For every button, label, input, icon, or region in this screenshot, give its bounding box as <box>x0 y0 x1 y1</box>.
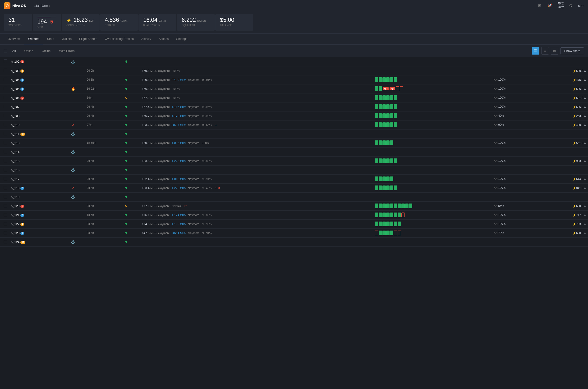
tab-overclocking[interactable]: Overclocking Profiles <box>101 34 138 44</box>
worker-icon-cell <box>61 156 85 165</box>
table-row[interactable]: h_1205 2d 4hA177.0 MH/s claymore 99.94% … <box>0 201 588 210</box>
tab-wallets[interactable]: Wallets <box>58 34 75 44</box>
worker-name[interactable]: h_122 <box>11 222 19 226</box>
view-list-compact[interactable]: ≡ <box>541 47 549 55</box>
worker-name[interactable]: h_110 <box>11 123 19 127</box>
tab-overview[interactable]: Overview <box>4 34 24 44</box>
row-checkbox[interactable] <box>0 147 9 156</box>
worker-name[interactable]: h_104 <box>11 78 19 82</box>
filter-online[interactable]: Online <box>21 48 36 54</box>
show-filters-button[interactable]: Show filters <box>560 47 584 54</box>
gpu-bar <box>382 113 386 118</box>
tab-stats[interactable]: Stats <box>43 34 58 44</box>
table-row[interactable]: h_117 2d 4hN152.4 MH/s claymore 1.016 GH… <box>0 174 588 183</box>
table-row[interactable]: h_1029 ⚓N <box>0 57 588 66</box>
table-row[interactable]: h_1034 2d 9h179.8 MH/s claymore 100%⚡590… <box>0 66 588 75</box>
tab-flight-sheets[interactable]: Flight Sheets <box>75 34 101 44</box>
row-checkbox[interactable] <box>0 66 9 75</box>
row-checkbox[interactable] <box>0 75 9 84</box>
filter-offline[interactable]: Offline <box>38 48 54 54</box>
row-checkbox[interactable] <box>0 120 9 129</box>
table-row[interactable]: h_1224 2d 4hN174.3 MH/s claymore 1.162 G… <box>0 219 588 228</box>
worker-name[interactable]: h_108 <box>11 114 19 118</box>
row-checkbox[interactable] <box>0 156 9 165</box>
select-all-checkbox[interactable] <box>4 49 7 52</box>
gpu-bar <box>390 203 393 208</box>
table-row[interactable]: h_108 2d 4hN176.7 MH/s claymore 1.178 GH… <box>0 111 588 120</box>
worker-name[interactable]: h_106 <box>11 96 19 100</box>
table-row[interactable]: h_116 ⚓N <box>0 165 588 174</box>
row-checkbox[interactable] <box>0 165 9 174</box>
rocket-icon[interactable]: 🚀 <box>546 2 554 9</box>
worker-name[interactable]: h_115 <box>11 159 19 163</box>
tab-activity[interactable]: Activity <box>138 34 155 44</box>
gpu-bar <box>394 222 397 226</box>
row-checkbox[interactable] <box>0 201 9 210</box>
worker-name[interactable]: h_102 <box>11 60 19 63</box>
worker-name[interactable]: h_121 <box>11 213 19 217</box>
worker-name[interactable]: h_113 <box>11 141 19 145</box>
worker-name[interactable]: h_120 <box>11 204 19 208</box>
clock-icon[interactable]: ⏱ <box>568 2 574 9</box>
table-row[interactable]: h_1212 1d 6hN176.1 MH/s claymore 1.174 G… <box>0 210 588 219</box>
row-checkbox[interactable] <box>0 219 9 228</box>
table-row[interactable]: h_1041 2d 3hN130.8 MH/s claymore 871.9 M… <box>0 75 588 84</box>
farm-name[interactable]: stas farm <box>34 4 50 8</box>
table-row[interactable]: h_1051 🔥1d 22hN166.8 MH/s claymore 100%7… <box>0 84 588 93</box>
table-row[interactable]: h_110 ⊘27mN133.2 MH/s claymore 887.7 MH/… <box>0 120 588 129</box>
row-checkbox[interactable] <box>0 237 9 246</box>
row-checkbox[interactable] <box>0 84 9 93</box>
table-row[interactable]: h_115 2d 4hN183.8 MH/s claymore 1.225 GH… <box>0 156 588 165</box>
worker-name[interactable]: h_119 <box>11 195 19 199</box>
table-row[interactable]: h_1231 2d 4hN147.3 MH/s claymore 982.1 M… <box>0 228 588 237</box>
row-checkbox[interactable] <box>0 210 9 219</box>
user-name[interactable]: stas <box>578 4 584 8</box>
table-row[interactable]: h_1182 ⊘2d 4hN183.4 MH/s claymore 1.222 … <box>0 183 588 192</box>
worker-name[interactable]: h_111 <box>11 132 19 136</box>
worker-name[interactable]: h_118 <box>11 186 19 190</box>
table-row[interactable]: h_119 ⚓N <box>0 192 588 201</box>
add-icon[interactable]: ⊞ <box>537 2 542 9</box>
table-row[interactable]: h_107 2d 4hN167.4 MH/s claymore 1.116 GH… <box>0 102 588 111</box>
worker-name[interactable]: h_107 <box>11 105 19 109</box>
table-row[interactable]: h_11110 ⚓N <box>0 129 588 138</box>
worker-hashrate: 174.3 MH/s claymore 1.162 GH/s claymore … <box>140 219 373 228</box>
logo[interactable]: ⬡ Hive OS <box>4 2 26 9</box>
view-grid[interactable]: ⊞ <box>551 47 558 55</box>
table-row[interactable]: h_114 ⚓N <box>0 147 588 156</box>
row-checkbox[interactable] <box>0 57 9 66</box>
tab-settings[interactable]: Settings <box>172 34 191 44</box>
row-checkbox[interactable] <box>0 192 9 201</box>
table-row[interactable]: h_12411 ⚓N <box>0 237 588 246</box>
worker-name[interactable]: h_114 <box>11 150 19 154</box>
worker-hashrate: 183.4 MH/s claymore 1.222 GH/s claymore … <box>140 183 373 192</box>
row-checkbox[interactable] <box>0 228 9 237</box>
worker-name[interactable]: h_105 <box>11 87 19 91</box>
worker-name[interactable]: h_103 <box>11 69 19 73</box>
tab-access[interactable]: Access <box>155 34 172 44</box>
row-checkbox[interactable] <box>0 111 9 120</box>
worker-name[interactable]: h_116 <box>11 168 19 172</box>
table-row[interactable]: h_113 1h 55mN150.9 MH/s claymore 1.006 G… <box>0 138 588 147</box>
row-checkbox[interactable] <box>0 183 9 192</box>
row-checkbox[interactable] <box>0 129 9 138</box>
worker-name[interactable]: h_117 <box>11 177 19 181</box>
gpu-bar <box>386 95 390 100</box>
worker-badge: 2 <box>20 187 24 190</box>
worker-name[interactable]: h_124 <box>11 240 19 244</box>
filter-with-errors[interactable]: With Errors <box>56 48 78 54</box>
table-row[interactable]: h_1065 39mA167.9 MH/s claymore 100%FAN 1… <box>0 93 588 102</box>
worker-name[interactable]: h_123 <box>11 231 19 235</box>
worker-hashrate: 167.4 MH/s claymore 1.116 GH/s claymore … <box>140 102 373 111</box>
row-checkbox[interactable] <box>0 138 9 147</box>
gpu-bar <box>382 140 386 145</box>
worker-status: N <box>123 192 140 201</box>
worker-fan: FAN 56% <box>491 201 539 210</box>
view-list-detailed[interactable]: ☰ <box>532 47 539 55</box>
row-checkbox[interactable] <box>0 102 9 111</box>
tab-workers[interactable]: Workers <box>24 34 43 44</box>
row-checkbox[interactable] <box>0 93 9 102</box>
row-checkbox[interactable] <box>0 174 9 183</box>
filter-all[interactable]: All <box>9 48 19 54</box>
blake-label: BLAKE256R14 <box>143 24 172 27</box>
